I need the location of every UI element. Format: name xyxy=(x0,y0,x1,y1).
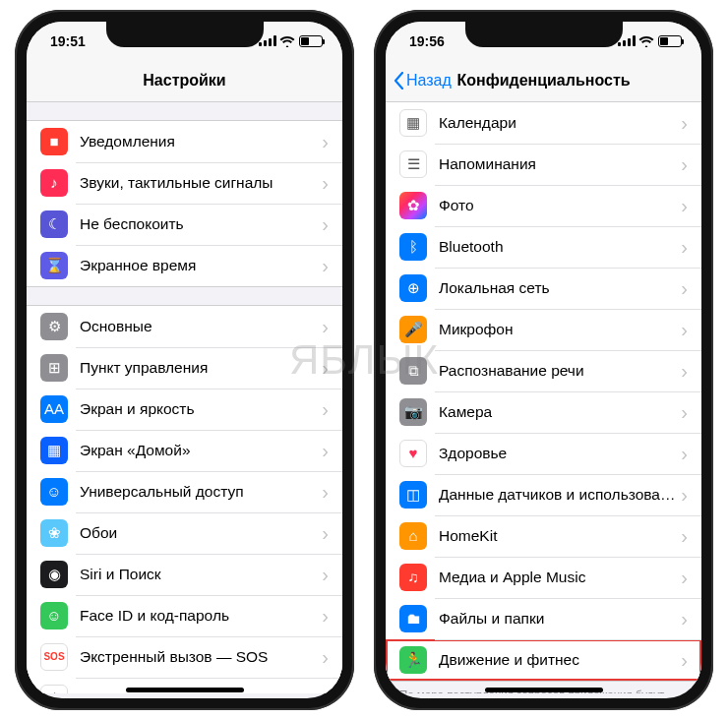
calendar-icon: ▦ xyxy=(399,109,427,137)
accessibility-icon: ☺ xyxy=(40,478,68,506)
chevron-right-icon: › xyxy=(681,650,688,670)
battery-icon xyxy=(658,35,682,47)
settings-row[interactable]: ⌛Экранное время› xyxy=(27,245,342,286)
settings-row[interactable]: ⊞Пункт управления› xyxy=(27,347,342,389)
sos-icon: SOS xyxy=(40,643,68,671)
settings-row[interactable]: ⊕Локальная сеть› xyxy=(386,268,701,309)
camera-icon: 📷 xyxy=(399,398,427,426)
row-label: HomeKit xyxy=(439,527,681,545)
wallpaper-icon: ❀ xyxy=(40,519,68,547)
display-icon: AA xyxy=(40,395,68,423)
settings-row[interactable]: ☾Не беспокоить› xyxy=(27,204,342,245)
reminders-icon: ☰ xyxy=(399,150,427,178)
photos-icon: ✿ xyxy=(399,192,427,219)
chevron-right-icon: › xyxy=(681,568,688,587)
chevron-right-icon: › xyxy=(322,523,329,543)
chevron-right-icon: › xyxy=(681,485,688,505)
settings-row[interactable]: ✿Фото› xyxy=(386,185,701,226)
settings-row[interactable]: ◫Данные датчиков и использования› xyxy=(386,474,701,515)
settings-row[interactable]: ▦Календари› xyxy=(386,102,701,144)
settings-row[interactable]: ☺Универсальный доступ› xyxy=(27,471,342,512)
row-label: Напоминания xyxy=(439,155,681,173)
home-indicator[interactable] xyxy=(485,688,603,692)
files-icon: 🖿 xyxy=(399,605,427,632)
chevron-right-icon: › xyxy=(322,482,329,502)
settings-row[interactable]: ♥Здоровье› xyxy=(386,433,701,474)
row-label: Медиа и Apple Music xyxy=(439,569,681,586)
row-label: Локальная сеть xyxy=(439,279,681,297)
screentime-icon: ⌛ xyxy=(40,252,68,279)
chevron-right-icon: › xyxy=(322,317,329,336)
clock: 19:56 xyxy=(409,33,445,49)
row-label: Движение и фитнес xyxy=(439,651,681,669)
chevron-right-icon: › xyxy=(681,196,688,215)
row-label: Календари xyxy=(439,114,681,132)
privacy-list[interactable]: ▦Календари›☰Напоминания›✿Фото›ᛒBluetooth… xyxy=(386,102,701,693)
home-indicator[interactable] xyxy=(126,688,244,692)
settings-row[interactable]: 🏃Движение и фитнес› xyxy=(386,639,701,681)
chevron-right-icon: › xyxy=(322,647,329,667)
chevron-right-icon: › xyxy=(681,444,688,463)
chevron-right-icon: › xyxy=(322,132,329,151)
settings-row[interactable]: ❀Обои› xyxy=(27,512,342,554)
settings-row[interactable]: SOSЭкстренный вызов — SOS› xyxy=(27,636,342,678)
screen: 19:51 Настройки ■Уведомления›♪Звуки, так… xyxy=(27,22,342,698)
row-label: Уведомления xyxy=(80,133,322,150)
dnd-icon: ☾ xyxy=(40,210,68,238)
row-label: Экстренный вызов — SOS xyxy=(80,648,322,666)
homekit-icon: ⌂ xyxy=(399,522,427,550)
phone-right: 19:56 Назад Конфиденциальность ▦Календар… xyxy=(374,10,713,710)
settings-list[interactable]: ■Уведомления›♪Звуки, тактильные сигналы›… xyxy=(27,102,342,693)
row-label: Файлы и папки xyxy=(439,610,681,628)
back-label: Назад xyxy=(406,72,452,90)
chevron-right-icon: › xyxy=(681,609,688,629)
settings-row[interactable]: ◉Siri и Поиск› xyxy=(27,554,342,595)
clock: 19:51 xyxy=(50,33,86,49)
row-label: Siri и Поиск xyxy=(80,566,322,583)
homescreen-icon: ▦ xyxy=(40,437,68,464)
chevron-right-icon: › xyxy=(322,256,329,275)
exposure-icon: ☀ xyxy=(40,685,68,693)
chevron-right-icon: › xyxy=(322,214,329,234)
page-title: Настройки xyxy=(143,72,225,90)
chevron-right-icon: › xyxy=(322,606,329,626)
settings-row[interactable]: 🖿Файлы и папки› xyxy=(386,598,701,639)
chevron-right-icon: › xyxy=(681,361,688,381)
settings-row[interactable]: ☺Face ID и код-пароль› xyxy=(27,595,342,636)
settings-row[interactable]: ■Уведомления› xyxy=(27,121,342,162)
microphone-icon: 🎤 xyxy=(399,316,427,343)
settings-row[interactable]: 📷Камера› xyxy=(386,391,701,433)
settings-row[interactable]: ⚙Основные› xyxy=(27,306,342,347)
row-label: Экран и яркость xyxy=(80,400,322,418)
siri-icon: ◉ xyxy=(40,561,68,588)
back-button[interactable]: Назад xyxy=(394,72,452,90)
media-icon: ♫ xyxy=(399,564,427,591)
row-label: Экранное время xyxy=(80,257,322,274)
chevron-right-icon: › xyxy=(322,689,329,693)
settings-row[interactable]: ⧉Распознавание речи› xyxy=(386,350,701,391)
row-label: Обои xyxy=(80,524,322,542)
row-label: Распознавание речи xyxy=(439,362,681,380)
chevron-right-icon: › xyxy=(322,399,329,419)
wifi-icon xyxy=(279,35,295,47)
settings-row[interactable]: AAЭкран и яркость› xyxy=(27,389,342,430)
navbar: Настройки xyxy=(27,61,342,102)
notifications-icon: ■ xyxy=(40,128,68,155)
row-label: Экран «Домой» xyxy=(80,442,322,459)
settings-row[interactable]: ♫Медиа и Apple Music› xyxy=(386,557,701,598)
settings-row[interactable]: ᛒBluetooth› xyxy=(386,226,701,268)
motion-icon: 🏃 xyxy=(399,646,427,674)
settings-row[interactable]: ☰Напоминания› xyxy=(386,144,701,185)
chevron-right-icon: › xyxy=(681,526,688,546)
chevron-right-icon: › xyxy=(681,237,688,257)
phone-left: 19:51 Настройки ■Уведомления›♪Звуки, так… xyxy=(15,10,354,710)
settings-row[interactable]: ▦Экран «Домой»› xyxy=(27,430,342,471)
row-label: Не беспокоить xyxy=(80,215,322,233)
settings-row[interactable]: ♪Звуки, тактильные сигналы› xyxy=(27,162,342,204)
bluetooth-icon: ᛒ xyxy=(399,233,427,261)
settings-row[interactable]: 🎤Микрофон› xyxy=(386,309,701,350)
row-label: Основные xyxy=(80,318,322,335)
battery-icon xyxy=(299,35,323,47)
settings-row[interactable]: ⌂HomeKit› xyxy=(386,515,701,557)
row-label: Звуки, тактильные сигналы xyxy=(80,174,322,192)
